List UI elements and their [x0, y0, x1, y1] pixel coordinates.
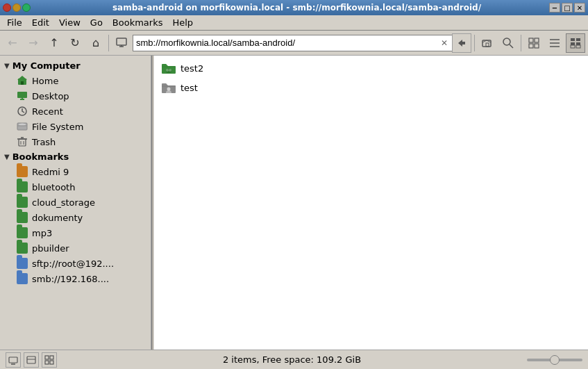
menu-help[interactable]: Help — [168, 16, 197, 29]
svg-rect-18 — [571, 45, 575, 48]
maximize-button[interactable]: □ — [562, 3, 573, 13]
svg-rect-10 — [535, 44, 539, 48]
close-button[interactable]: ✕ — [574, 3, 585, 13]
compact-view-button[interactable] — [566, 33, 585, 53]
test-folder-icon — [161, 80, 176, 95]
file-item-test[interactable]: test — [157, 78, 585, 97]
statusbar: 2 items, Free space: 109.2 GiB — [0, 350, 588, 369]
sidebar-item-bluetooth[interactable]: bluetooth — [0, 179, 151, 195]
list-view-button[interactable] — [545, 33, 564, 53]
statusbar-button-1[interactable] — [6, 352, 21, 368]
dokumenty-label: dokumenty — [32, 213, 83, 223]
bookmarks-arrow: ▼ — [4, 153, 10, 161]
svg-marker-21 — [17, 76, 27, 80]
dokumenty-icon — [17, 212, 28, 223]
forward-button[interactable]: → — [24, 33, 43, 53]
open-location-button[interactable] — [478, 33, 497, 53]
sidebar-item-mp3[interactable]: mp3 — [0, 225, 151, 240]
svg-rect-9 — [529, 44, 533, 48]
zoom-slider-track[interactable] — [527, 359, 582, 361]
svg-rect-23 — [17, 92, 27, 98]
home-button[interactable]: ⌂ — [86, 33, 106, 53]
statusbar-button-3[interactable] — [42, 352, 57, 368]
search-button[interactable] — [498, 33, 518, 53]
test-name: test — [180, 83, 198, 93]
home-label: Home — [32, 76, 58, 86]
sidebar-item-pbuilder[interactable]: pbuilder — [0, 240, 151, 256]
svg-rect-8 — [535, 38, 539, 42]
desktop-icon — [17, 90, 28, 101]
test2-folder-icon — [161, 60, 176, 76]
sidebar-item-redmi9[interactable]: Redmi 9 — [0, 164, 151, 179]
statusbar-button-2[interactable] — [24, 352, 39, 368]
location-button[interactable] — [112, 33, 131, 53]
minimize-button[interactable]: − — [549, 3, 560, 13]
svg-rect-7 — [529, 38, 533, 42]
address-input[interactable] — [136, 38, 439, 48]
filesystem-icon — [17, 121, 28, 132]
menu-bookmarks[interactable]: Bookmarks — [108, 16, 167, 29]
sidebar-item-trash[interactable]: Trash — [0, 134, 151, 149]
mycomputer-label: My Computer — [12, 60, 81, 71]
svg-line-6 — [510, 44, 513, 48]
bluetooth-folder-icon — [17, 181, 28, 192]
sidebar-section-bookmarks[interactable]: ▼ Bookmarks — [0, 149, 151, 164]
sidebar-item-recent[interactable]: Recent — [0, 104, 151, 119]
back-button[interactable]: ← — [3, 33, 22, 53]
main-layout: ▼ My Computer Home Des — [0, 56, 588, 350]
svg-rect-46 — [50, 361, 53, 364]
cloud-storage-icon — [17, 197, 28, 208]
sidebar-item-desktop[interactable]: Desktop — [0, 88, 151, 104]
pbuilder-icon — [17, 243, 28, 254]
sidebar-item-smb[interactable]: smb://192.168.... — [0, 271, 151, 286]
window-title: samba-android on morfikownia.local - smb… — [44, 3, 549, 13]
menu-file[interactable]: File — [3, 16, 26, 29]
sftp-label: sftp://root@192.... — [32, 259, 114, 269]
sidebar-item-sftp[interactable]: sftp://root@192.... — [0, 256, 151, 271]
titlebar: samba-android on morfikownia.local - smb… — [0, 0, 588, 15]
menu-edit[interactable]: Edit — [28, 16, 53, 29]
svg-point-5 — [503, 38, 510, 45]
address-apply-button[interactable] — [452, 33, 471, 53]
svg-rect-14 — [571, 38, 575, 41]
up-button[interactable]: ↑ — [44, 33, 64, 53]
svg-rect-45 — [45, 361, 49, 364]
mp3-icon — [17, 227, 28, 238]
sidebar-item-dokumenty[interactable]: dokumenty — [0, 210, 151, 225]
menu-view[interactable]: View — [55, 16, 85, 29]
file-area: test2 test — [154, 56, 588, 350]
home-icon — [17, 75, 28, 86]
recent-label: Recent — [32, 106, 63, 117]
bookmarks-label: Bookmarks — [12, 151, 69, 162]
menu-go[interactable]: Go — [86, 16, 107, 29]
trash-label: Trash — [32, 137, 56, 147]
zoom-slider-thumb[interactable] — [550, 355, 560, 365]
bluetooth-label: bluetooth — [32, 182, 75, 192]
sidebar-section-mycomputer[interactable]: ▼ My Computer — [0, 58, 151, 73]
reload-button[interactable]: ↻ — [65, 33, 85, 53]
address-clear-button[interactable]: ✕ — [439, 38, 450, 49]
toolbar-separator-3 — [521, 35, 521, 51]
address-area: ✕ — [133, 33, 471, 53]
pbuilder-label: pbuilder — [32, 243, 69, 254]
sidebar-item-home[interactable]: Home — [0, 73, 151, 88]
status-text: 2 items, Free space: 109.2 GiB — [223, 354, 361, 365]
svg-rect-41 — [27, 356, 35, 363]
sidebar-item-cloud-storage[interactable]: cloud_storage — [0, 195, 151, 210]
smb-icon — [17, 273, 28, 284]
icon-view-button[interactable] — [524, 33, 544, 53]
toolbar: ← → ↑ ↻ ⌂ ✕ — [0, 31, 588, 56]
svg-rect-0 — [117, 38, 126, 45]
trash-icon — [17, 136, 28, 147]
sidebar: ▼ My Computer Home Des — [0, 56, 151, 350]
svg-rect-39 — [9, 357, 17, 363]
sidebar-item-filesystem[interactable]: File System — [0, 119, 151, 134]
file-item-test2[interactable]: test2 — [157, 58, 585, 78]
svg-point-37 — [169, 69, 171, 72]
recent-icon — [17, 106, 28, 117]
svg-rect-30 — [19, 139, 26, 146]
menubar: File Edit View Go Bookmarks Help — [0, 15, 588, 31]
mp3-label: mp3 — [32, 228, 52, 238]
svg-rect-44 — [50, 356, 53, 359]
redmi9-icon — [17, 166, 28, 177]
